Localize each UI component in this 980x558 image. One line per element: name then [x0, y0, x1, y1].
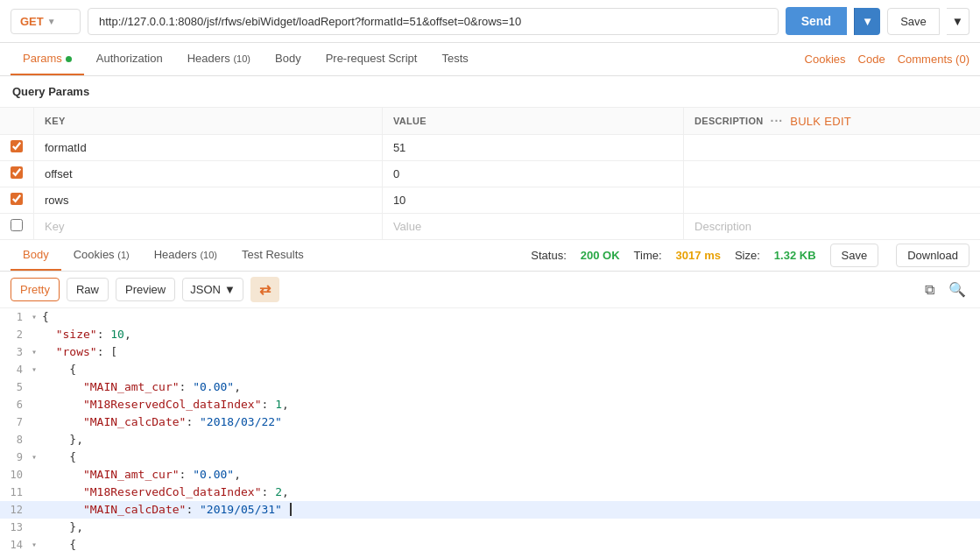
format-selector[interactable]: JSON ▼ — [182, 278, 243, 301]
url-input[interactable] — [88, 8, 779, 35]
tab-response-headers[interactable]: Headers (10) — [142, 240, 229, 271]
code-line: 10 "MAIN_amt_cur": "0.00", — [0, 466, 980, 484]
line-arrow-icon[interactable]: ▾ — [32, 449, 42, 466]
desc-cell[interactable] — [684, 187, 980, 214]
line-content: { — [42, 308, 49, 326]
table-row-empty: Key Value Description — [0, 214, 980, 240]
code-line: 2 "size": 10, — [0, 326, 980, 343]
key-cell[interactable]: rows — [34, 187, 383, 214]
preview-button[interactable]: Preview — [116, 278, 175, 301]
col-checkbox — [0, 108, 34, 135]
col-description: DESCRIPTION ··· Bulk Edit — [684, 108, 980, 135]
line-arrow-icon — [32, 413, 42, 431]
table-row: rows 10 — [0, 187, 980, 214]
code-line: 6 "M18ReservedCol_dataIndex": 1, — [0, 396, 980, 413]
value-placeholder[interactable]: Value — [382, 214, 683, 240]
send-dropdown-button[interactable]: ▼ — [854, 8, 880, 35]
line-arrow-icon — [32, 466, 42, 484]
save-button[interactable]: Save — [887, 8, 940, 35]
line-content: "MAIN_amt_cur": "0.00", — [42, 466, 241, 484]
code-line: 1▾{ — [0, 308, 980, 326]
value-cell[interactable]: 51 — [382, 135, 683, 161]
line-arrow-icon[interactable]: ▾ — [32, 308, 42, 326]
tab-authorization[interactable]: Authorization — [84, 43, 175, 75]
line-content: }, — [42, 431, 83, 449]
line-arrow-icon[interactable]: ▾ — [32, 536, 42, 554]
tab-code[interactable]: Code — [858, 53, 885, 66]
value-cell[interactable]: 10 — [382, 187, 683, 214]
cursor — [283, 503, 292, 516]
raw-button[interactable]: Raw — [67, 278, 109, 301]
query-params-header: Query Params — [0, 76, 980, 108]
row-checkbox-offset[interactable] — [11, 166, 23, 179]
row-checkbox-formatid[interactable] — [11, 140, 23, 152]
desc-cell[interactable] — [684, 161, 980, 187]
line-arrow-icon — [32, 431, 42, 449]
response-size: 1.32 KB — [774, 249, 816, 262]
params-dot — [66, 56, 72, 62]
tab-response-cookies[interactable]: Cookies (1) — [61, 240, 142, 271]
response-time: 3017 ms — [676, 249, 721, 262]
line-arrow-icon — [32, 554, 42, 558]
tab-headers[interactable]: Headers (10) — [175, 43, 263, 75]
bulk-edit-button[interactable]: Bulk Edit — [790, 115, 851, 128]
col-key: KEY — [34, 108, 383, 135]
line-arrow-icon — [32, 519, 42, 536]
line-number: 10 — [0, 466, 32, 484]
code-line: 4▾ { — [0, 361, 980, 378]
tab-tests[interactable]: Tests — [429, 43, 480, 75]
desc-placeholder[interactable]: Description — [684, 214, 980, 240]
row-checkbox-rows[interactable] — [11, 193, 23, 205]
key-cell[interactable]: formatId — [34, 135, 383, 161]
line-number: 1 — [0, 308, 32, 326]
method-selector[interactable]: GET ▼ — [11, 9, 81, 34]
line-number: 2 — [0, 326, 32, 343]
tab-comments[interactable]: Comments (0) — [898, 53, 969, 66]
code-line: 12 "MAIN_calcDate": "2019/05/31" — [0, 501, 980, 519]
tab-cookies[interactable]: Cookies — [805, 53, 846, 66]
time-label: Time: — [634, 249, 662, 262]
code-area[interactable]: 1▾{2 "size": 10,3▾ "rows": [4▾ {5 "MAIN_… — [0, 308, 980, 558]
code-line: 5 "MAIN_amt_cur": "0.00", — [0, 378, 980, 396]
line-number: 11 — [0, 484, 32, 501]
search-button[interactable]: 🔍 — [945, 278, 969, 301]
value-cell[interactable]: 0 — [382, 161, 683, 187]
tab-prerequest[interactable]: Pre-request Script — [314, 43, 430, 75]
line-content: { — [42, 361, 76, 378]
line-arrow-icon[interactable]: ▾ — [32, 361, 42, 378]
save-dropdown-button[interactable]: ▼ — [947, 8, 969, 35]
line-content: "MAIN_amt_cur": "0.00", — [42, 378, 241, 396]
row-checkbox-new[interactable] — [11, 219, 23, 231]
line-content: { — [42, 536, 76, 554]
copy-button[interactable]: ⧉ — [921, 278, 938, 301]
line-number: 15 — [0, 554, 32, 558]
line-number: 12 — [0, 501, 32, 519]
tab-test-results[interactable]: Test Results — [229, 240, 316, 271]
line-number: 3 — [0, 343, 32, 361]
status-code: 200 OK — [581, 249, 620, 262]
right-tabs: Cookies Code Comments (0) — [805, 53, 969, 66]
key-cell[interactable]: offset — [34, 161, 383, 187]
tab-body[interactable]: Body — [263, 43, 314, 75]
col-value: VALUE — [382, 108, 683, 135]
send-button[interactable]: Send — [786, 7, 847, 35]
code-line: 14▾ { — [0, 536, 980, 554]
code-line: 8 }, — [0, 431, 980, 449]
line-number: 13 — [0, 519, 32, 536]
line-number: 9 — [0, 449, 32, 466]
more-options-icon[interactable]: ··· — [771, 114, 784, 128]
key-placeholder[interactable]: Key — [34, 214, 383, 240]
response-save-button[interactable]: Save — [830, 244, 879, 267]
download-button[interactable]: Download — [896, 244, 969, 267]
line-arrow-icon[interactable]: ▾ — [32, 343, 42, 361]
code-line: 9▾ { — [0, 449, 980, 466]
tab-params[interactable]: Params — [11, 43, 84, 75]
line-content: "MAIN_calcDate": "2019/05/31" — [42, 501, 292, 519]
line-content: "M18ReservedCol_dataIndex": 2, — [42, 484, 289, 501]
tab-response-body[interactable]: Body — [11, 240, 61, 271]
format-right-buttons: ⧉ 🔍 — [921, 278, 969, 301]
line-number: 6 — [0, 396, 32, 413]
desc-cell[interactable] — [684, 135, 980, 161]
wrap-button[interactable]: ⇄ — [250, 277, 279, 302]
pretty-button[interactable]: Pretty — [11, 278, 60, 301]
